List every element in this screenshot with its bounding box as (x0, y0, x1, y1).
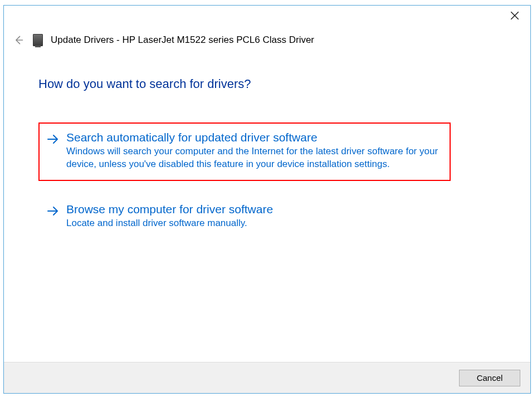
arrow-right-icon (46, 133, 60, 146)
arrow-right-icon (46, 204, 60, 218)
option-text: Search automatically for updated driver … (66, 130, 438, 171)
window-title: Update Drivers - HP LaserJet M1522 serie… (51, 35, 314, 46)
update-drivers-dialog: Update Drivers - HP LaserJet M1522 serie… (3, 5, 531, 394)
option-text: Browse my computer for driver software L… (66, 202, 438, 230)
titlebar (4, 6, 530, 30)
option-search-automatically[interactable]: Search automatically for updated driver … (38, 122, 451, 181)
dialog-content: How do you want to search for drivers? S… (4, 47, 530, 362)
close-button[interactable] (507, 10, 523, 21)
option-description: Locate and install driver software manua… (66, 217, 438, 230)
page-heading: How do you want to search for drivers? (38, 77, 496, 91)
back-button[interactable] (12, 33, 25, 47)
header-row: Update Drivers - HP LaserJet M1522 serie… (4, 30, 530, 47)
option-title: Search automatically for updated driver … (66, 130, 438, 144)
option-title: Browse my computer for driver software (66, 202, 438, 216)
dialog-footer: Cancel (4, 362, 530, 393)
option-browse-computer[interactable]: Browse my computer for driver software L… (38, 194, 451, 240)
close-icon (510, 11, 520, 21)
option-description: Windows will search your computer and th… (66, 145, 438, 171)
arrow-left-icon (13, 35, 24, 46)
cancel-button[interactable]: Cancel (459, 370, 520, 386)
device-icon (33, 34, 43, 46)
